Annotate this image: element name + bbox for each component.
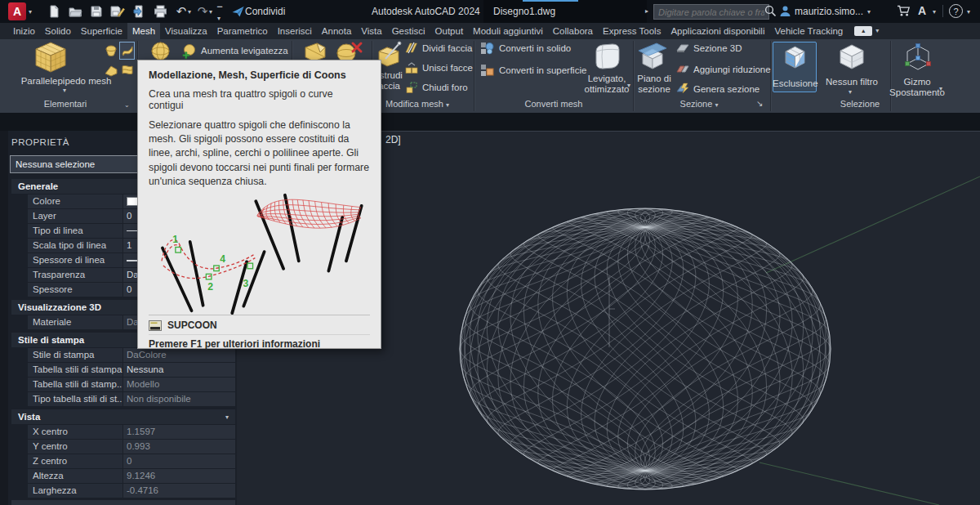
share-label[interactable]: Condividi xyxy=(245,6,285,17)
palette-grip[interactable] xyxy=(0,131,8,505)
section-plane-label[interactable]: Piano di sezione xyxy=(629,74,679,95)
tab-applicazioni-disponibili[interactable]: Applicazioni disponibili xyxy=(666,23,769,39)
split-face-label[interactable]: Dividi faccia xyxy=(422,43,472,53)
no-filter-caret-icon[interactable]: ▾ xyxy=(849,88,852,96)
mesh-sphere-wireframe[interactable] xyxy=(460,208,831,489)
tab-moduli-aggiuntivi[interactable]: Moduli aggiuntivi xyxy=(468,23,548,39)
tab-inserisci[interactable]: Inserisci xyxy=(273,23,317,39)
ucs-axis-line xyxy=(760,463,939,505)
tab-parametrico[interactable]: Parametrico xyxy=(212,23,273,39)
tab-collabora[interactable]: Collabora xyxy=(548,23,598,39)
tab-solido[interactable]: Solido xyxy=(40,23,76,39)
autodesk-mark-icon[interactable]: A xyxy=(918,4,926,17)
property-value[interactable]: Nessuna xyxy=(122,363,235,378)
search-expand-icon[interactable]: ▸ xyxy=(645,7,648,16)
redo-caret-icon[interactable]: ▾ xyxy=(209,8,212,16)
help-caret-icon[interactable]: ▾ xyxy=(967,8,970,16)
tooltip-f1-hint: Premere F1 per ulteriori informazioni xyxy=(149,334,370,353)
save-button[interactable] xyxy=(88,4,105,19)
undo-caret-icon[interactable]: ▾ xyxy=(188,8,191,16)
close-hole-button[interactable] xyxy=(405,81,418,94)
mesh-coons-button[interactable] xyxy=(119,42,135,60)
property-value[interactable]: 0 xyxy=(122,454,235,469)
autodesk-caret-icon[interactable]: ▾ xyxy=(933,8,936,16)
save-as-button[interactable] xyxy=(109,4,126,19)
convert-solid-button[interactable] xyxy=(480,42,494,56)
new-file-button[interactable] xyxy=(46,4,62,19)
tab-inizio[interactable]: Inizio xyxy=(8,23,40,39)
user-name[interactable]: maurizio.simo... xyxy=(795,6,863,17)
app-menu-caret-icon[interactable]: ▾ xyxy=(29,8,32,16)
property-value[interactable]: 1.1597 xyxy=(122,425,235,440)
mesh-wedge-button[interactable] xyxy=(103,61,118,79)
property-value[interactable]: -0.4716 xyxy=(122,484,235,498)
generate-section-button[interactable] xyxy=(676,83,689,94)
tab-visualizza[interactable]: Visualizza xyxy=(160,23,212,39)
panel-converti-footer[interactable]: Converti mesh xyxy=(490,99,617,109)
merge-faces-button[interactable] xyxy=(405,61,418,74)
property-value[interactable]: Non disponibile xyxy=(122,392,235,407)
panel-sezione-footer[interactable]: Sezione ▾ xyxy=(655,99,743,109)
convert-surface-button[interactable] xyxy=(480,64,494,78)
tab-vista[interactable]: Vista xyxy=(356,23,386,39)
search-icon[interactable] xyxy=(764,5,777,17)
panel-selezione-footer[interactable]: Selezione xyxy=(808,99,911,109)
doc-title[interactable]: Disegno1.dwg xyxy=(493,6,555,17)
ribbon-collapse-caret-icon[interactable]: ▾ xyxy=(874,23,880,39)
share-button[interactable] xyxy=(229,4,246,19)
smooth-more-icon[interactable] xyxy=(180,43,197,60)
gizmo-button[interactable] xyxy=(902,42,934,74)
smooth-more-label[interactable]: Aumenta levigatezza xyxy=(201,46,288,56)
help-button[interactable]: ? xyxy=(949,4,963,18)
tab-express-tools[interactable]: Express Tools xyxy=(598,23,666,39)
panel-sezione-launcher-icon[interactable]: ↘ xyxy=(756,99,763,108)
mesh-box-button[interactable] xyxy=(32,41,69,75)
ribbon-collapse-button[interactable]: ▲ xyxy=(854,26,872,36)
smoothed-optimized-button[interactable] xyxy=(588,41,624,72)
section-vista[interactable]: Vista xyxy=(11,409,235,424)
tab-superficie[interactable]: Superficie xyxy=(76,23,127,39)
split-face-button[interactable] xyxy=(405,42,418,55)
open-file-button[interactable] xyxy=(67,4,83,19)
section-vista-collapse-icon[interactable]: ▾ xyxy=(225,413,229,422)
section-3d-label[interactable]: Sezione 3D xyxy=(693,43,742,53)
generate-section-label[interactable]: Genera sezione xyxy=(693,84,760,94)
property-value[interactable]: 0.993 xyxy=(122,440,235,454)
no-filter-label[interactable]: Nessun filtro xyxy=(817,77,887,87)
tab-output[interactable]: Output xyxy=(430,23,469,39)
tab-mesh[interactable]: Mesh xyxy=(127,23,160,39)
panel-elementari-chevron-icon[interactable]: ⌄ xyxy=(124,101,130,109)
mesh-box-caret-icon[interactable]: ▾ xyxy=(63,87,66,95)
mesh-ruled-button[interactable] xyxy=(119,61,135,79)
mesh-revolve-button[interactable] xyxy=(103,42,118,60)
app-menu-button[interactable]: A xyxy=(8,2,26,20)
svg-text:1: 1 xyxy=(172,234,178,245)
convert-solid-label[interactable]: Converti in solido xyxy=(499,43,571,53)
close-hole-label[interactable]: Chiudi foro xyxy=(422,83,468,92)
property-value[interactable]: Modello xyxy=(122,378,235,392)
panel-elementari-footer[interactable]: Elementari xyxy=(16,99,114,109)
merge-faces-label[interactable]: Unisci facce xyxy=(422,63,473,73)
search-input[interactable] xyxy=(653,4,769,20)
tab-annota[interactable]: Annota xyxy=(317,23,356,39)
toolbar-customize-caret-icon[interactable]: ▔▾ xyxy=(217,7,222,23)
undo-button[interactable]: ↶ xyxy=(173,4,189,19)
user-avatar-icon[interactable] xyxy=(779,5,791,17)
tab-vehicle-tracking[interactable]: Vehicle Tracking xyxy=(769,23,848,39)
redo-button[interactable]: ↷ xyxy=(194,4,211,19)
section-3d-button[interactable] xyxy=(676,42,689,54)
smooth-object-icon[interactable] xyxy=(150,41,171,61)
no-filter-button[interactable] xyxy=(838,43,866,71)
cart-icon[interactable] xyxy=(897,5,911,17)
add-jog-label[interactable]: Aggiungi riduzione xyxy=(693,65,771,74)
property-value[interactable]: 9.1246 xyxy=(122,469,235,484)
section-plane-button[interactable] xyxy=(635,41,670,72)
gizmo-caret-icon[interactable]: ▾ xyxy=(939,85,942,93)
panel-modifica-footer[interactable]: Modifica mesh ▾ xyxy=(372,99,463,109)
tab-gestisci[interactable]: Gestisci xyxy=(387,23,430,39)
user-caret-icon[interactable]: ▾ xyxy=(867,8,871,16)
viewport-corner-label[interactable]: 2D] xyxy=(385,134,401,145)
plot-button[interactable] xyxy=(131,4,147,19)
print-button[interactable] xyxy=(152,4,168,19)
add-jog-button[interactable] xyxy=(676,63,689,74)
